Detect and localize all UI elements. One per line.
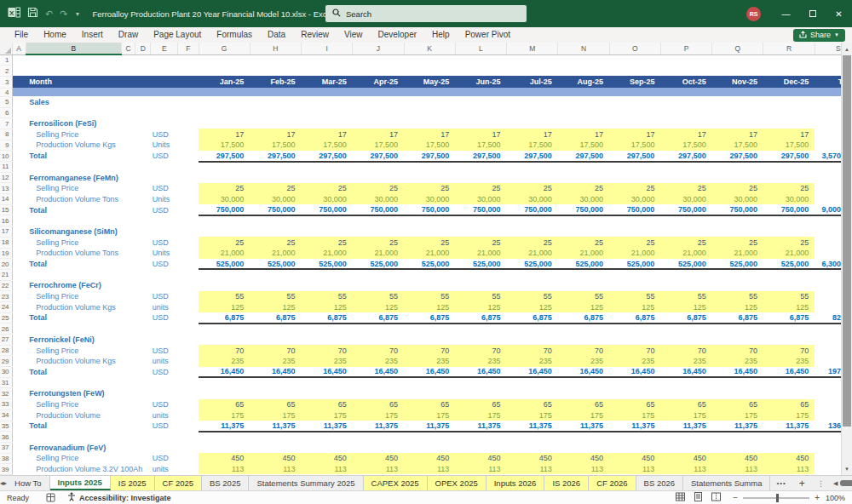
cell-D38[interactable] [135,453,151,464]
cell-P25[interactable]: 6,875 [660,312,711,324]
cell-S14[interactable] [815,194,841,205]
cell-H12[interactable] [250,172,301,183]
cell-R35[interactable]: 11,375 [763,421,815,432]
cell-M3[interactable]: Jul-25 [507,76,558,88]
cell-O37[interactable] [609,442,660,453]
cell-G35[interactable]: 11,375 [199,421,250,432]
cell-L8[interactable]: 17 [455,129,506,140]
cell-Q8[interactable]: 17 [712,129,763,140]
cell-F22[interactable] [178,280,199,291]
cell-A15[interactable] [12,204,26,215]
cell-Q36[interactable] [712,432,763,443]
cell-L5[interactable] [455,96,506,107]
cell-P37[interactable] [660,442,711,453]
cell-G5[interactable] [199,96,250,107]
cell-M15[interactable]: 750,000 [507,204,558,215]
row-header-15[interactable]: 15 [0,204,12,215]
cell-D19[interactable] [135,248,151,259]
cell-P24[interactable]: 125 [660,301,711,312]
cell-A31[interactable] [12,377,26,388]
cell-K16[interactable] [404,215,455,226]
sheet-tab-is-2026[interactable]: IS 2026 [544,476,589,490]
cell-R15[interactable]: 750,000 [763,204,815,215]
cell-J4[interactable] [353,88,404,96]
cell-D29[interactable] [135,356,151,367]
cell-F37[interactable] [178,442,199,453]
sheet-tab-inputs-2025[interactable]: Inputs 2025 [50,476,111,490]
cell-M24[interactable]: 125 [507,301,558,312]
cell-Q32[interactable] [712,388,763,399]
cell-O25[interactable]: 6,875 [609,312,660,324]
cell-L15[interactable]: 750,000 [455,204,506,215]
cell-P15[interactable]: 750,000 [660,204,711,215]
cell-G14[interactable]: 30,000 [199,194,250,205]
cell-P16[interactable] [660,215,711,226]
tab-splitter-handle[interactable]: ⋮ [812,476,830,490]
row-header-33[interactable]: 33 [0,399,12,410]
cell-F18[interactable] [178,237,199,248]
cell-M35[interactable]: 11,375 [507,421,558,432]
cell-M1[interactable] [507,54,558,66]
cell-K4[interactable] [404,88,455,96]
cell-Q1[interactable] [712,54,763,66]
cell-H15[interactable]: 750,000 [250,204,301,215]
cell-E33[interactable]: USD [151,399,178,410]
cell-F30[interactable] [178,367,199,378]
cell-L11[interactable] [455,162,506,173]
cell-R16[interactable] [763,215,815,226]
cell-C38[interactable] [122,453,135,464]
cell-E10[interactable]: USD [151,151,178,162]
cell-B21[interactable] [26,269,122,280]
cell-Q17[interactable] [712,226,763,238]
cell-E11[interactable] [151,162,178,173]
search-input[interactable]: Search [325,5,527,22]
cell-H35[interactable]: 11,375 [250,421,301,432]
cell-O28[interactable]: 70 [609,345,660,356]
cell-G4[interactable] [199,88,250,96]
cell-S29[interactable] [815,356,841,367]
col-header-R[interactable]: R [763,43,815,54]
cell-H36[interactable] [250,432,301,443]
sheet-tab-how-to[interactable]: How To [7,476,50,490]
cell-A36[interactable] [12,432,26,443]
cell-A25[interactable] [12,312,26,324]
col-header-S[interactable]: S [815,43,841,54]
cell-K11[interactable] [404,162,455,173]
ribbon-tab-insert[interactable]: Insert [74,27,111,43]
cell-H14[interactable]: 30,000 [250,194,301,205]
cell-M4[interactable] [507,88,558,96]
cell-D24[interactable] [135,301,151,312]
cell-N3[interactable]: Aug-25 [558,76,609,88]
cell-M22[interactable] [507,280,558,291]
cell-B34[interactable]: Production Volume [26,410,122,421]
cell-S4[interactable] [815,88,841,96]
cell-M36[interactable] [507,432,558,443]
cell-M29[interactable]: 235 [507,356,558,367]
cell-G38[interactable]: 450 [199,453,250,464]
cell-Q38[interactable]: 450 [712,453,763,464]
cell-F32[interactable] [178,388,199,399]
cell-N29[interactable]: 235 [558,356,609,367]
cell-K29[interactable]: 235 [404,356,455,367]
cell-A16[interactable] [12,215,26,226]
cell-J25[interactable]: 6,875 [353,312,404,324]
cell-M31[interactable] [507,377,558,388]
cell-K27[interactable] [404,335,455,346]
ribbon-tab-file[interactable]: File [7,27,36,43]
cell-E29[interactable]: units [151,356,178,367]
cell-D35[interactable] [135,421,151,432]
cell-G23[interactable]: 55 [199,291,250,302]
cell-S8[interactable] [815,129,841,140]
cell-F25[interactable] [178,312,199,324]
cell-D31[interactable] [135,377,151,388]
cell-B36[interactable] [26,432,122,443]
normal-view-icon[interactable] [676,492,685,503]
cell-A2[interactable] [12,66,26,77]
cell-G10[interactable]: 297,500 [199,151,250,162]
cell-E32[interactable] [151,388,178,399]
cell-J27[interactable] [353,335,404,346]
cell-Q10[interactable]: 297,500 [712,151,763,162]
cell-N23[interactable]: 55 [558,291,609,302]
cell-E13[interactable]: USD [151,183,178,194]
cell-L33[interactable]: 65 [455,399,506,410]
